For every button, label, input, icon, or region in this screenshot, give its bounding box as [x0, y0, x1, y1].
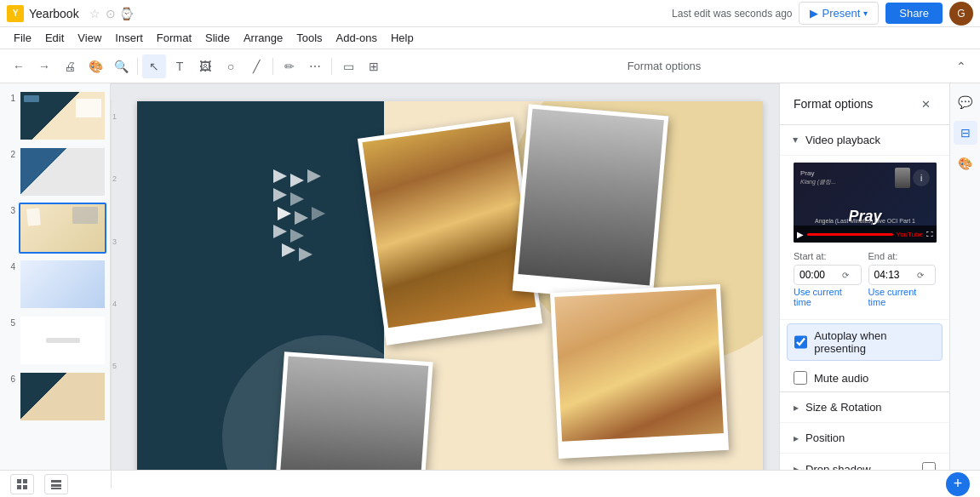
youtube-logo: YouTube: [897, 231, 923, 238]
background-button[interactable]: ▭: [336, 54, 360, 78]
start-time-spin-icon[interactable]: ⟳: [842, 271, 849, 280]
comments-icon[interactable]: 💬: [954, 90, 977, 114]
slide-num-3: 3: [3, 203, 15, 215]
video-subtitle-text: Angela (Last Minutes) Live OCI Part 1: [797, 218, 933, 224]
mute-checkbox[interactable]: [794, 371, 807, 385]
slide-thumb-2[interactable]: 2: [3, 146, 106, 197]
position-section-header[interactable]: ▸ Position: [780, 423, 949, 454]
add-slide-button[interactable]: +: [946, 472, 970, 496]
slide-thumb-4[interactable]: 4: [3, 259, 106, 310]
close-format-panel-button[interactable]: ✕: [915, 94, 936, 114]
autoplay-checkbox[interactable]: [794, 335, 807, 349]
menu-slide[interactable]: Slide: [198, 29, 237, 47]
expand-button[interactable]: ⌃: [949, 54, 973, 78]
menu-arrange[interactable]: Arrange: [237, 29, 289, 47]
menu-bar: File Edit View Insert Format Slide Arran…: [0, 27, 980, 49]
toolbar-separator-2: [272, 58, 273, 75]
slide-thumb-3[interactable]: 3: [3, 203, 106, 254]
print-button[interactable]: 🖨: [58, 54, 82, 78]
video-playback-section-header[interactable]: ▸ Video playback: [780, 125, 949, 156]
cursor-button[interactable]: ↖: [142, 54, 166, 78]
size-rotation-title: Size & Rotation: [805, 401, 936, 414]
photo-frame-3[interactable]: [550, 284, 729, 459]
photo-frame-1[interactable]: [358, 117, 542, 345]
video-playback-title: Video playback: [805, 134, 936, 146]
start-time-input[interactable]: [799, 269, 842, 281]
start-time-col: Start at: ⟳ Use current time: [794, 251, 862, 307]
themes-icon[interactable]: 🎨: [954, 151, 977, 175]
pen-button[interactable]: ✏: [278, 54, 301, 78]
more-tools-button[interactable]: ⋯: [303, 54, 327, 78]
star-icon[interactable]: ☆: [89, 7, 100, 20]
menu-edit[interactable]: Edit: [38, 29, 71, 47]
avatar: G: [949, 2, 973, 26]
history-icon: ⌚: [119, 7, 134, 20]
menu-view[interactable]: View: [71, 29, 108, 47]
svg-marker-11: [299, 248, 312, 261]
toolbar-separator-3: [331, 58, 332, 75]
slide-thumb-5[interactable]: 5: [3, 315, 106, 366]
format-panel: Format options ✕ ▸ Video playback Pray K…: [779, 83, 949, 497]
slide-num-5: 5: [3, 315, 15, 328]
menu-addons[interactable]: Add-ons: [330, 29, 384, 47]
shape-button[interactable]: ○: [219, 54, 243, 78]
ruler-vmark-1: 1: [112, 112, 117, 121]
layout-button[interactable]: ⊞: [362, 54, 386, 78]
slides-panel: 1 2 3 4: [0, 83, 111, 497]
main-layout: 1 2 3 4: [0, 83, 980, 497]
end-time-input[interactable]: [874, 269, 917, 281]
video-progress-bar[interactable]: [807, 233, 893, 236]
last-edit-label: Last edit was seconds ago: [672, 8, 792, 20]
slide-thumb-6[interactable]: 6: [3, 371, 106, 422]
list-view-button[interactable]: [44, 474, 68, 494]
svg-marker-10: [282, 243, 295, 257]
autoplay-label: Autoplay when presenting: [814, 329, 935, 355]
video-artist-name: Pray: [800, 169, 836, 178]
redo-button[interactable]: →: [32, 54, 56, 78]
menu-file[interactable]: File: [7, 29, 38, 47]
video-controls-bar: ▶ YouTube ⛶: [794, 226, 937, 243]
grid-view-button[interactable]: [10, 474, 34, 494]
share-button[interactable]: Share: [885, 3, 943, 24]
size-rotation-chevron-icon: ▸: [794, 402, 799, 414]
slide-preview-6[interactable]: [19, 371, 106, 422]
svg-rect-29: [17, 479, 21, 483]
slide-canvas[interactable]: [112, 84, 779, 488]
photo-frame-2[interactable]: [513, 104, 669, 303]
format-options-label: Format options: [628, 60, 702, 72]
video-thumb-img: [894, 169, 911, 186]
text-button[interactable]: T: [168, 54, 192, 78]
svg-marker-8: [273, 225, 287, 238]
size-rotation-section-header[interactable]: ▸ Size & Rotation: [780, 392, 949, 423]
present-button[interactable]: ▶ Present ▾: [799, 2, 879, 25]
video-thumbnail[interactable]: Pray Klang (클링... i Pray Angela (Last Mi…: [794, 163, 937, 243]
slide-preview-2[interactable]: [19, 146, 106, 197]
svg-marker-2: [307, 169, 321, 183]
menu-insert[interactable]: Insert: [108, 29, 150, 47]
line-button[interactable]: ╱: [244, 54, 268, 78]
video-play-icon[interactable]: ▶: [797, 230, 804, 239]
slide-preview-1[interactable]: [19, 90, 106, 141]
ruler-vmark-2: 2: [112, 174, 117, 183]
undo-button[interactable]: ←: [7, 54, 31, 78]
svg-marker-9: [290, 229, 304, 243]
menu-help[interactable]: Help: [384, 29, 421, 47]
fullscreen-icon[interactable]: ⛶: [926, 231, 933, 238]
slide-thumb-1[interactable]: 1: [3, 90, 106, 141]
paint-format-button[interactable]: 🎨: [83, 54, 107, 78]
presentation-slide[interactable]: [137, 101, 763, 480]
menu-tools[interactable]: Tools: [289, 29, 329, 47]
end-time-spin-icon[interactable]: ⟳: [917, 271, 924, 280]
start-use-current-link[interactable]: Use current time: [794, 287, 862, 307]
menu-format[interactable]: Format: [150, 29, 198, 47]
end-use-current-link[interactable]: Use current time: [868, 287, 937, 307]
format-options-icon[interactable]: ⊟: [954, 121, 977, 145]
slide-preview-3[interactable]: [19, 203, 106, 254]
app-logo-icon: Y: [7, 5, 24, 22]
app-title: Yearbook: [29, 7, 79, 20]
slide-preview-4[interactable]: [19, 259, 106, 310]
image-button[interactable]: 🖼: [193, 54, 217, 78]
photo-frame-4[interactable]: [271, 351, 433, 480]
slide-preview-5[interactable]: [19, 315, 106, 366]
zoom-button[interactable]: 🔍: [109, 54, 133, 78]
